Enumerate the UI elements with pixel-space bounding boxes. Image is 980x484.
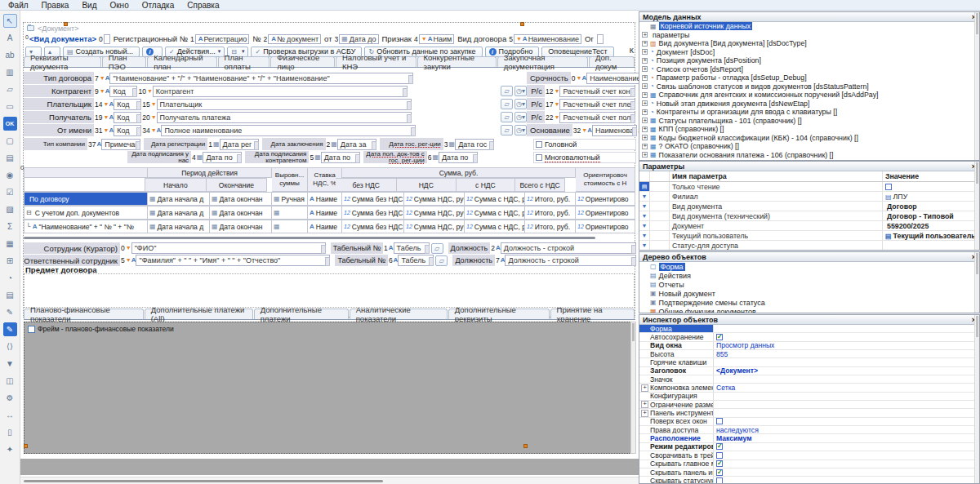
table-row[interactable]: По договору Дата начала д Дата окончан Р…	[24, 192, 635, 206]
document-tab[interactable]: План ПЭО	[102, 56, 146, 67]
selection-handle[interactable]	[523, 444, 528, 448]
total-cell[interactable]: Итого, руб.	[525, 192, 576, 206]
field-value-box[interactable]: "Наименование" + "/" + "Наименование" + …	[109, 73, 413, 84]
history-clock-button[interactable]: ◷▾	[514, 112, 527, 122]
property-name[interactable]: Заголовок	[639, 367, 714, 375]
expand-icon[interactable]	[642, 144, 648, 149]
tree-item[interactable]: Документ [dsDoc]	[639, 48, 979, 57]
field-value-box[interactable]: № документ	[268, 34, 321, 44]
tree-item[interactable]: Подтверждение смены статуса	[639, 298, 979, 307]
property-row[interactable]: Скрывать панель инструм	[639, 468, 979, 477]
code-field[interactable]: Код	[114, 99, 141, 110]
checkbox[interactable]	[885, 184, 892, 190]
property-name[interactable]: Расположение	[639, 434, 714, 442]
end-date-cell[interactable]: Дата окончан	[210, 206, 272, 220]
folder-button[interactable]: ▱	[435, 255, 448, 266]
selection-handle[interactable]	[64, 22, 68, 26]
property-value[interactable]: наследуются	[714, 426, 979, 433]
property-row[interactable]: Скрывать главное меню	[639, 460, 979, 468]
panel-scrollbar[interactable]	[974, 12, 979, 160]
property-name[interactable]: Высота	[639, 350, 714, 357]
date-value-box[interactable]: Дата за	[337, 139, 376, 150]
property-value[interactable]	[714, 460, 979, 468]
property-row[interactable]: Скрывать статусную стро	[639, 477, 979, 483]
bottom-tab[interactable]: Аналитические показатели	[350, 309, 448, 319]
date-value-box[interactable]: Дата рег	[220, 139, 259, 150]
expand-icon[interactable]	[642, 49, 648, 55]
hierarchy-tool-icon[interactable]	[3, 254, 17, 268]
property-value[interactable]: Максимум	[714, 434, 979, 442]
tree-item[interactable]: параметры	[639, 31, 979, 40]
document-tab[interactable]: Реквизиты документа	[24, 56, 101, 67]
header-field[interactable]: Ог	[584, 34, 604, 44]
tree-item[interactable]: Форма	[639, 262, 979, 271]
bottom-tab[interactable]: Дополнительные платежи	[254, 309, 349, 319]
expander-icon[interactable]: ⊟	[26, 209, 32, 216]
parameter-row[interactable]: Статус-для доступа	[639, 241, 979, 250]
tree-item[interactable]: Новый документ	[639, 289, 979, 298]
sum-with-vat-cell[interactable]: Сумма с НДС, р	[465, 192, 525, 206]
gears-tool-icon[interactable]	[3, 391, 17, 405]
name-field[interactable]: Контрагент	[153, 86, 408, 97]
parameter-row[interactable]: Филиал ЛПУ	[639, 192, 979, 202]
expand-icon[interactable]	[642, 66, 648, 72]
property-value[interactable]	[714, 468, 979, 476]
property-row[interactable]: Поверх всех окон	[639, 418, 979, 426]
expand-icon[interactable]	[642, 24, 648, 29]
history-clock-button[interactable]: ◷▾	[514, 125, 527, 135]
checkbox[interactable]	[536, 141, 542, 148]
manual-cell[interactable]	[272, 206, 308, 220]
sum-no-vat-cell[interactable]: Сумма без НДС	[342, 220, 404, 233]
header-field[interactable]: № 2 № документ	[252, 34, 321, 44]
property-value[interactable]	[714, 418, 979, 425]
expand-icon[interactable]	[642, 41, 648, 47]
checkbox-tool-icon[interactable]	[3, 185, 17, 199]
property-name[interactable]: Скрывать главное меню	[639, 460, 714, 468]
field-value-box[interactable]	[104, 34, 110, 44]
field-value-box[interactable]: Наименование	[586, 73, 639, 84]
header-field[interactable]: 0 <Вид документа> 0	[25, 34, 110, 44]
sum-no-vat-cell[interactable]: Сумма без НДС	[342, 206, 404, 220]
parameter-row[interactable]: Текущий пользователь Текущий пользовател…	[639, 231, 979, 241]
property-row[interactable]: Права доступа наследуются	[639, 426, 979, 434]
table-scrollbar[interactable]	[24, 237, 595, 239]
expand-icon[interactable]	[642, 83, 648, 89]
property-value[interactable]	[714, 375, 979, 383]
textbox-tool-icon[interactable]	[3, 48, 17, 62]
menu-item[interactable]: Файл	[8, 1, 29, 10]
menu-item[interactable]: Правка	[42, 1, 69, 10]
expand-icon[interactable]	[642, 92, 648, 98]
property-name[interactable]: Поверх всех окон	[639, 418, 714, 425]
expander-icon[interactable]: └	[26, 223, 31, 230]
total-cell[interactable]: Итого, руб.	[525, 220, 576, 233]
date-value-box[interactable]: Примечан	[101, 139, 140, 150]
estimate-cell[interactable]: Ориентирово	[576, 192, 635, 206]
bottom-tab[interactable]: Дополнительные реквизиты	[448, 309, 550, 319]
rate-cell[interactable]: Наиме	[308, 192, 342, 206]
property-value[interactable]	[714, 325, 979, 332]
property-value[interactable]	[714, 443, 979, 451]
parameter-value[interactable]: 559200/2025	[883, 221, 979, 230]
property-name[interactable]: Ограничение размеров	[639, 401, 714, 408]
pen-tool-icon[interactable]	[3, 322, 17, 336]
tree-item[interactable]: КПП (справочник) []	[639, 125, 979, 134]
bottom-tab[interactable]: Принятие на хранение	[550, 309, 635, 319]
date-value-box[interactable]: Дата по	[203, 152, 242, 163]
ole-document-tool-icon[interactable]	[3, 374, 17, 388]
estimate-cell[interactable]: Ориентирово	[576, 206, 635, 220]
checkbox[interactable]	[716, 334, 723, 340]
image-tool-icon[interactable]	[3, 202, 17, 216]
property-row[interactable]: Конфигурация	[639, 393, 979, 401]
document-tab[interactable]: Календарный план	[147, 56, 216, 67]
property-name[interactable]: Автосохранение	[639, 333, 714, 340]
property-value[interactable]	[714, 333, 979, 340]
open-folder-tool-icon[interactable]	[3, 357, 17, 371]
tree-item[interactable]: Связь шаблонов статусов и видов документ…	[639, 82, 979, 91]
property-row[interactable]: Ограничение размеров	[639, 401, 979, 409]
property-row[interactable]: Панель инструментов	[639, 409, 979, 417]
parameter-value[interactable]	[883, 241, 979, 250]
property-value[interactable]	[714, 451, 979, 459]
column-header-name[interactable]: Имя параметра	[670, 171, 883, 181]
property-name[interactable]: Форма	[639, 325, 714, 332]
vertical-scrollbar[interactable]	[630, 322, 636, 454]
